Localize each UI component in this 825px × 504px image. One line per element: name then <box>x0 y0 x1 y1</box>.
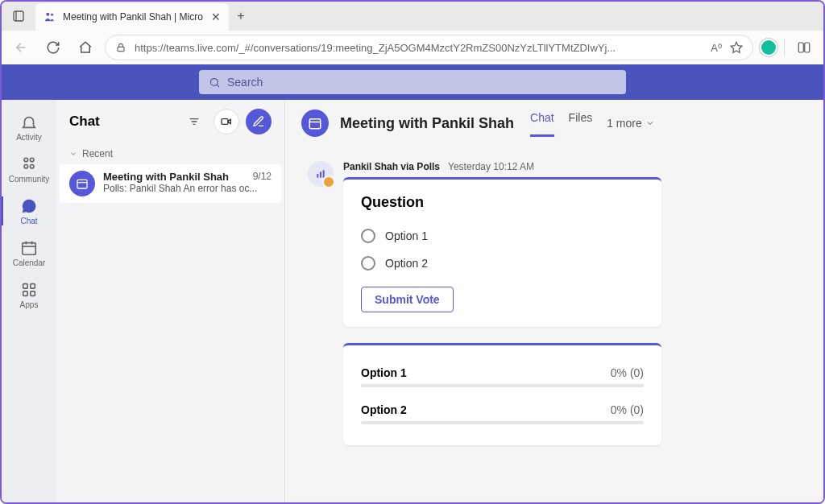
svg-point-11 <box>30 164 34 168</box>
svg-rect-30 <box>323 170 325 177</box>
svg-rect-16 <box>23 283 28 288</box>
tab-files[interactable]: Files <box>569 111 593 135</box>
result-row: Option 20% (0) <box>361 395 644 432</box>
tab-actions-icon[interactable] <box>2 2 35 31</box>
svg-rect-23 <box>222 119 228 125</box>
calendar-icon <box>301 109 329 137</box>
browser-toolbar: https://teams.live.com/_#/conversations/… <box>2 31 823 64</box>
app-rail: Activity Community Chat Calendar Apps <box>2 100 56 502</box>
messages-area[interactable]: Pankil Shah via PollsYesterday 10:12 AM … <box>285 147 823 502</box>
rail-community[interactable]: Community <box>2 148 56 190</box>
poll-card: Question Option 1 Option 2 Submit Vote <box>343 177 661 327</box>
titlebar: Meeting with Pankil Shah | Micro ✕ + <box>2 2 823 31</box>
chat-item-name: Meeting with Pankil Shah <box>103 171 229 183</box>
polls-app-icon <box>308 161 334 187</box>
read-aloud-icon[interactable]: A⁰ <box>711 42 722 54</box>
favorite-icon[interactable] <box>730 41 743 54</box>
url-text: https://teams.live.com/_#/conversations/… <box>135 42 703 54</box>
chevron-down-icon <box>69 150 77 158</box>
conversation-title: Meeting with Pankil Shah <box>340 115 514 132</box>
chat-list-header: Chat <box>56 100 284 143</box>
meet-now-button[interactable] <box>214 109 239 134</box>
search-icon <box>209 76 221 89</box>
svg-rect-0 <box>14 11 23 21</box>
svg-rect-24 <box>77 180 87 188</box>
svg-rect-4 <box>118 47 124 51</box>
radio-icon <box>361 256 375 271</box>
profile-button[interactable] <box>760 39 777 56</box>
rail-calendar[interactable]: Calendar <box>2 232 56 274</box>
svg-rect-18 <box>23 291 28 295</box>
svg-point-10 <box>24 164 28 168</box>
submit-vote-button[interactable]: Submit Vote <box>361 287 454 312</box>
svg-rect-5 <box>798 43 803 52</box>
conversation-header: Meeting with Pankil Shah Chat Files 1 mo… <box>285 100 823 147</box>
tab-more[interactable]: 1 more <box>607 111 655 135</box>
poll-question: Question <box>361 194 644 211</box>
conversation-panel: Meeting with Pankil Shah Chat Files 1 mo… <box>285 100 823 502</box>
address-bar[interactable]: https://teams.live.com/_#/conversations/… <box>105 35 753 60</box>
section-recent[interactable]: Recent <box>56 143 284 164</box>
poll-option-1[interactable]: Option 1 <box>361 222 644 250</box>
rail-activity[interactable]: Activity <box>2 106 56 148</box>
svg-point-8 <box>24 158 28 162</box>
svg-point-2 <box>46 13 49 16</box>
search-placeholder: Search <box>227 76 263 89</box>
chat-item-date: 9/12 <box>253 171 272 183</box>
svg-rect-29 <box>320 171 321 177</box>
close-tab-icon[interactable]: ✕ <box>211 10 221 23</box>
teams-app: Search Activity Community Chat <box>2 64 823 502</box>
chat-list-title: Chat <box>69 114 175 130</box>
progress-bar <box>361 421 644 424</box>
svg-rect-28 <box>317 174 318 178</box>
browser-window: Meeting with Pankil Shah | Micro ✕ + htt… <box>0 0 825 504</box>
home-button[interactable] <box>73 35 98 60</box>
chevron-down-icon <box>645 118 655 128</box>
tab-title: Meeting with Pankil Shah | Micro <box>63 11 205 23</box>
back-button[interactable] <box>8 35 34 60</box>
svg-point-7 <box>211 78 218 85</box>
new-tab-button[interactable]: + <box>229 9 253 23</box>
radio-icon <box>361 229 375 243</box>
rail-chat[interactable]: Chat <box>2 190 56 232</box>
lock-icon <box>115 42 126 53</box>
chat-item[interactable]: Meeting with Pankil Shah 9/12 Polls: Pan… <box>60 164 281 203</box>
progress-bar <box>361 384 644 387</box>
teams-header: Search <box>2 64 823 100</box>
search-input[interactable]: Search <box>199 70 626 94</box>
refresh-button[interactable] <box>40 35 66 60</box>
svg-rect-6 <box>805 43 810 52</box>
split-screen-icon[interactable] <box>791 35 817 60</box>
rail-apps[interactable]: Apps <box>2 274 56 316</box>
chat-item-preview: Polls: Pankil Shah An error has oc... <box>103 183 272 194</box>
svg-point-9 <box>30 158 34 162</box>
result-row: Option 10% (0) <box>361 358 644 395</box>
tab-chat[interactable]: Chat <box>530 111 554 135</box>
new-chat-button[interactable] <box>246 109 272 134</box>
chat-list-panel: Chat Recent Meeting with Pankil Shah 9/1… <box>56 100 285 502</box>
poll-results-card: Option 10% (0) Option 20% (0) <box>343 343 661 445</box>
svg-rect-19 <box>31 291 35 295</box>
svg-rect-26 <box>309 119 321 129</box>
svg-point-3 <box>51 14 53 16</box>
filter-button[interactable] <box>181 109 207 134</box>
teams-favicon-icon <box>44 10 56 23</box>
browser-tab[interactable]: Meeting with Pankil Shah | Micro ✕ <box>35 3 229 31</box>
calendar-icon <box>69 171 95 196</box>
svg-rect-17 <box>31 283 35 288</box>
poll-option-2[interactable]: Option 2 <box>361 250 644 277</box>
svg-rect-12 <box>23 242 36 254</box>
message-meta: Pankil Shah via PollsYesterday 10:12 AM <box>343 161 661 172</box>
